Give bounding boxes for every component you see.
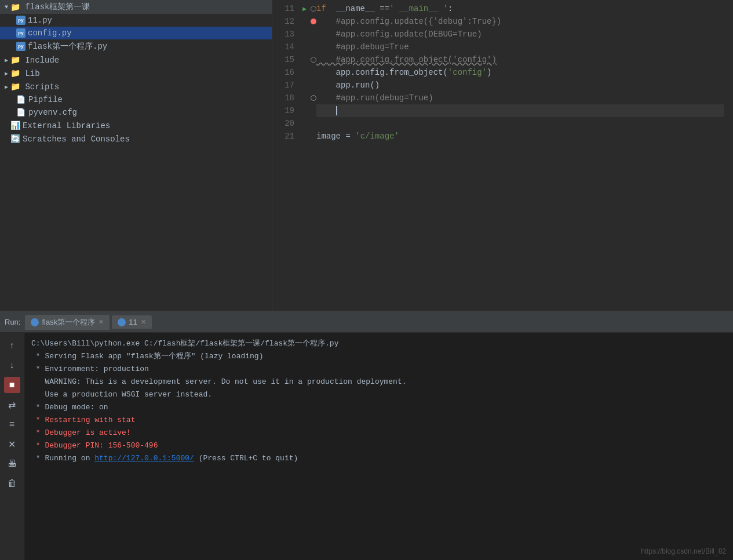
folder-icon: 📁 <box>10 55 20 65</box>
gutter-line-15 <box>301 53 316 66</box>
close-tab-icon[interactable]: ✕ <box>141 318 146 326</box>
gutter-line-20 <box>301 117 316 130</box>
output-line-7: * Restarting with stat <box>31 414 726 427</box>
print-button[interactable]: 🖶 <box>4 456 20 472</box>
sidebar-item-scripts[interactable]: ▶ 📁 Scripts <box>0 80 272 93</box>
output-line-3: * Environment: production <box>31 363 726 376</box>
sidebar-item-label: Include <box>25 56 59 65</box>
gutter-line-18 <box>301 92 316 104</box>
sidebar-item-pyvenv[interactable]: 📄 pyvenv.cfg <box>0 106 272 119</box>
editor: 11 12 13 14 15 16 17 18 19 20 21 ▶ <box>272 0 733 311</box>
filter-button[interactable]: ≡ <box>4 416 20 432</box>
sidebar-item-label: Scripts <box>25 82 59 92</box>
run-label: Run: <box>5 318 20 326</box>
arrow-down-icon: ▼ <box>5 4 8 10</box>
run-panel: Run: flask第一个程序 ✕ 11 ✕ ↑ ↓ ■ ⇄ ≡ ✕ 🖶 🗑 C… <box>0 311 733 560</box>
line-numbers: 11 12 13 14 15 16 17 18 19 20 21 <box>272 2 301 311</box>
output-line-9: * Debugger PIN: 156-500-496 <box>31 439 726 452</box>
sidebar-item-flask-root[interactable]: ▼ 📁 flask框架第一课 <box>0 0 272 14</box>
rerun-button[interactable]: ⇄ <box>4 397 20 413</box>
run-tab-label: flask第一个程序 <box>42 317 95 328</box>
stop-button[interactable]: ■ <box>4 377 20 393</box>
sidebar-item-label: Lib <box>25 69 39 78</box>
sidebar-item-11py[interactable]: py 11.py <box>0 14 272 27</box>
run-tabs: Run: flask第一个程序 ✕ 11 ✕ <box>0 312 733 333</box>
sidebar-item-label: Pipfile <box>28 95 63 104</box>
folder-icon: 📁 <box>10 2 20 12</box>
gutter-line-16 <box>301 66 316 79</box>
run-tab-label: 11 <box>129 318 137 326</box>
code-line-17: app.run() <box>316 79 724 92</box>
scroll-down-button[interactable]: ↓ <box>4 357 20 373</box>
sidebar-item-pipfile[interactable]: 📄 Pipfile <box>0 93 272 106</box>
python-file-icon: py <box>16 16 25 25</box>
code-line-12: #app.config.update({'debug':True}) <box>316 15 724 28</box>
python-tab-icon <box>118 318 126 326</box>
close-tab-icon[interactable]: ✕ <box>99 318 104 326</box>
gutter-line-13 <box>301 28 316 41</box>
breakpoint-dot <box>311 19 316 24</box>
arrow-right-icon: ▶ <box>5 83 8 90</box>
code-line-15: #app.config.from_object('config') <box>316 53 724 66</box>
code-line-21: image = 'c/image' <box>316 130 724 143</box>
gutter: ▶ <box>301 2 316 311</box>
localhost-link[interactable]: http://127.0.0.1:5000/ <box>94 454 194 463</box>
output-line-10: * Running on http://127.0.0.1:5000/ (Pre… <box>31 452 726 465</box>
sidebar-item-flask-prog-py[interactable]: py flask第一个程序.py <box>0 39 272 53</box>
run-sidebar: ↑ ↓ ■ ⇄ ≡ ✕ 🖶 🗑 <box>0 333 24 560</box>
output-line-8: * Debugger is active! <box>31 427 726 439</box>
sidebar-item-include[interactable]: ▶ 📁 Include <box>0 53 272 67</box>
sidebar-item-config-py[interactable]: py config.py <box>0 27 272 39</box>
output-line-4: WARNING: This is a development server. D… <box>31 376 726 388</box>
code-line-19[interactable] <box>316 104 724 117</box>
code-line-16: app.config.from_object('config') <box>316 66 724 79</box>
gutter-line-17 <box>301 79 316 92</box>
folder-icon: 📁 <box>10 82 20 92</box>
bar-chart-icon: 📊 <box>10 121 20 130</box>
arrow-right-icon: ▶ <box>5 70 8 77</box>
sidebar-item-label: Scratches and Consoles <box>23 134 130 144</box>
play-icon: ▶ <box>302 5 307 13</box>
run-content: ↑ ↓ ■ ⇄ ≡ ✕ 🖶 🗑 C:\Users\Bill\python.exe… <box>0 333 733 560</box>
code-line-11: if __name__ ==' __main__ ': <box>316 2 724 15</box>
output-line-6: * Debug mode: on <box>31 401 726 414</box>
output-line-5: Use a production WSGI server instead. <box>31 388 726 401</box>
gutter-line-12 <box>301 15 316 28</box>
code-line-20 <box>316 117 724 130</box>
file-icon: 📄 <box>16 95 25 104</box>
sidebar-item-label: External Libraries <box>23 121 110 130</box>
run-output[interactable]: C:\Users\Bill\python.exe C:/flash框架/flas… <box>24 333 733 560</box>
output-line-1: C:\Users\Bill\python.exe C:/flash框架/flas… <box>31 337 726 350</box>
code-area[interactable]: 11 12 13 14 15 16 17 18 19 20 21 ▶ <box>272 0 733 311</box>
sidebar-item-label: pyvenv.cfg <box>28 108 77 117</box>
breakpoint-empty <box>311 57 316 63</box>
gutter-line-11: ▶ <box>301 2 316 15</box>
code-line-14: #app.debug=True <box>316 41 724 53</box>
gutter-line-14 <box>301 41 316 53</box>
breakpoint-empty <box>311 6 316 12</box>
sidebar: ▼ 📁 flask框架第一课 py 11.py py config.py py … <box>0 0 272 311</box>
sidebar-item-external-libs[interactable]: ▶ 📊 External Libraries <box>0 119 272 132</box>
sidebar-item-label: flask第一个程序.py <box>28 41 107 52</box>
python-tab-icon <box>31 318 39 326</box>
gutter-line-21 <box>301 130 316 143</box>
file-icon: 📄 <box>16 108 25 117</box>
scratches-icon: 🔄 <box>10 134 20 144</box>
main-area: ▼ 📁 flask框架第一课 py 11.py py config.py py … <box>0 0 733 311</box>
run-tab-flask-prog[interactable]: flask第一个程序 ✕ <box>25 315 110 330</box>
sidebar-item-scratches[interactable]: ▶ 🔄 Scratches and Consoles <box>0 132 272 146</box>
sidebar-item-label: 11.py <box>28 16 52 25</box>
sidebar-item-label: flask框架第一课 <box>25 2 90 12</box>
sidebar-item-lib[interactable]: ▶ 📁 Lib <box>0 67 272 80</box>
run-tab-11[interactable]: 11 ✕ <box>112 315 151 329</box>
code-line-13: #app.config.update(DEBUG=True) <box>316 28 724 41</box>
code-line-18: #app.run(debug=True) <box>316 92 724 104</box>
pin-button[interactable]: ✕ <box>4 436 20 452</box>
folder-icon: 📁 <box>10 68 20 78</box>
code-lines[interactable]: if __name__ ==' __main__ ': #app.config.… <box>316 2 733 311</box>
sidebar-item-label: config.py <box>28 28 72 38</box>
scroll-up-button[interactable]: ↑ <box>4 337 20 354</box>
delete-button[interactable]: 🗑 <box>4 475 20 492</box>
arrow-right-icon: ▶ <box>5 57 8 64</box>
cursor <box>336 106 337 115</box>
